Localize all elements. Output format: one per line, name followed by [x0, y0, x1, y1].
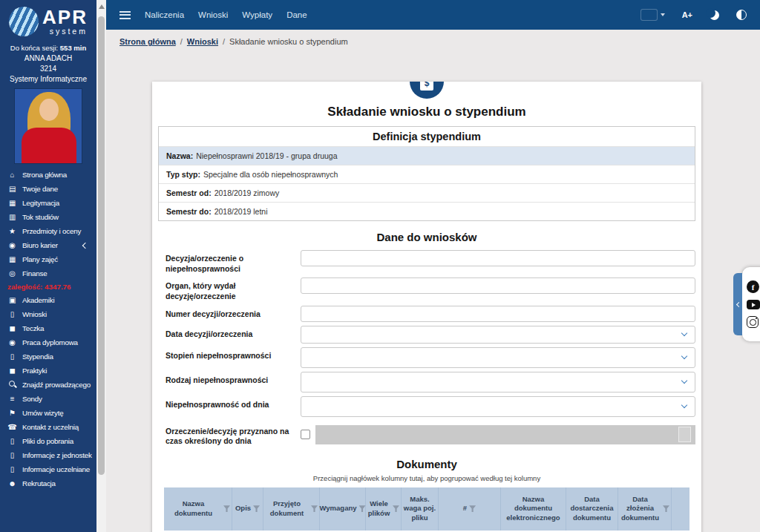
- sidebar-item-tok-studiow[interactable]: ▥ Tok studiów: [0, 210, 96, 224]
- column-header-wiele-plikow[interactable]: Wiele plików: [366, 487, 402, 531]
- definition-row-typ: Typ styp:Specjalne dla osób niepełnospra…: [159, 165, 695, 184]
- nav-item-wnioski[interactable]: Wnioski: [198, 10, 228, 19]
- filter-icon[interactable]: [393, 505, 399, 512]
- column-header-wymagany[interactable]: Wymagany: [320, 487, 366, 531]
- column-header-przyjeto-dokument[interactable]: Przyjęto dokument: [263, 487, 320, 531]
- column-header-data-zlozenia[interactable]: Data złożenia dokumentu: [618, 487, 672, 531]
- filter-icon[interactable]: [359, 505, 366, 512]
- nav-item-wyplaty[interactable]: Wypłaty: [242, 10, 272, 19]
- column-header-hash[interactable]: #: [439, 487, 501, 531]
- column-header-opis[interactable]: Opis: [232, 487, 263, 531]
- scroll-up-arrow-icon[interactable]: [99, 4, 105, 9]
- dark-mode-moon-icon[interactable]: [710, 10, 719, 20]
- list-icon: ≡: [7, 395, 17, 403]
- field-label: Numer decyzji/orzeczenia: [166, 306, 301, 320]
- data-decyzji-select[interactable]: [301, 326, 695, 344]
- breadcrumb-separator: /: [180, 37, 183, 46]
- font-size-button[interactable]: A+: [682, 10, 692, 19]
- niepelnosprawnosc-od-dnia-select[interactable]: [301, 396, 695, 417]
- breadcrumb-section-link[interactable]: Wnioski: [187, 37, 218, 46]
- chevron-down-icon: [681, 329, 687, 335]
- document-icon: ▯: [7, 311, 17, 318]
- definition-row-nazwa: Nazwa:Niepełnosprawni 2018/19 - grupa dr…: [159, 147, 695, 165]
- session-timer: Do końca sesji: 553 min: [0, 44, 96, 52]
- filter-icon[interactable]: [469, 505, 476, 512]
- vertical-scrollbar[interactable]: [96, 0, 106, 532]
- high-contrast-icon[interactable]: [736, 10, 747, 20]
- sidebar-item-wnioski[interactable]: ▯ Wnioski: [0, 307, 96, 321]
- column-header-nazwa-elektronicznego[interactable]: Nazwa dokumentu elektronicznego: [501, 487, 566, 531]
- sidebar-item-umow-wizyte[interactable]: ⚑ Umów wizytę: [0, 406, 96, 420]
- app-logo[interactable]: APR system: [0, 0, 96, 39]
- sidebar-item-twoje-dane[interactable]: ▤ Twoje dane: [0, 182, 96, 196]
- definition-label: Semestr od:: [166, 188, 212, 197]
- sidebar-item-finanse[interactable]: ◎ Finanse: [0, 266, 96, 280]
- sidebar-item-znajdz-prowadzacego[interactable]: Znajdź prowadzącego: [0, 378, 96, 392]
- column-header-data-dostarczenia[interactable]: Data dostarczenia dokumentu: [566, 487, 618, 531]
- rodzaj-niepelnosprawnosci-select[interactable]: [301, 372, 695, 393]
- sidebar-item-stypendia[interactable]: ▯ Stypendia: [0, 349, 96, 364]
- column-label: #: [463, 504, 467, 513]
- column-header-nazwa-dokumentu[interactable]: Nazwa dokumentu: [164, 487, 232, 531]
- calendar-picker-button[interactable]: [678, 427, 691, 442]
- sidebar-item-plany-zajec[interactable]: ▦ Plany zajęć: [0, 252, 96, 266]
- filter-icon[interactable]: [253, 505, 260, 512]
- decyzja-orzeczenie-input[interactable]: [301, 250, 695, 266]
- youtube-icon[interactable]: [747, 300, 760, 309]
- sidebar-item-teczka[interactable]: ◼ Teczka: [0, 321, 96, 335]
- sidebar-item-przedmioty-i-oceny[interactable]: ★ Przedmioty i oceny: [0, 224, 96, 238]
- sidebar-item-informacje-z-jednostek[interactable]: ▯ Informacje z jednostek: [0, 448, 96, 462]
- field-label: Rodzaj niepełnosprawności: [166, 372, 301, 386]
- numer-decyzji-input[interactable]: [301, 306, 695, 322]
- sidebar-item-label: Stypendia: [22, 352, 53, 361]
- facebook-icon[interactable]: f: [747, 280, 759, 293]
- sidebar-item-label: Strona główna: [22, 171, 67, 179]
- sidebar-item-legitymacja[interactable]: ▦ Legitymacja: [0, 196, 96, 210]
- column-label: Wymagany: [320, 504, 357, 513]
- file-icon: ▯: [7, 452, 17, 459]
- form-title: Dane do wniosków: [152, 231, 701, 243]
- bookmark-icon: ⚑: [7, 410, 17, 417]
- coin-icon: ◎: [7, 270, 17, 278]
- sidebar-item-rekrutacja[interactable]: ☻ Rekrutacja: [0, 476, 96, 490]
- field-label: Data decyzji/orzeczenia: [166, 326, 301, 340]
- sidebar-item-strona-glowna[interactable]: ⌂ Strona główna: [0, 168, 96, 182]
- sidebar-item-pliki-do-pobrania[interactable]: ▯ Pliki do pobrania: [0, 434, 96, 448]
- form-row-niepelnosprawnosc-od: Niepełnosprawność od dnia: [152, 396, 701, 417]
- chevron-left-icon[interactable]: [82, 242, 88, 248]
- nav-item-naliczenia[interactable]: Naliczenia: [145, 10, 184, 19]
- nav-item-dane[interactable]: Dane: [286, 10, 307, 19]
- document-glyph: $: [420, 82, 433, 91]
- filter-icon[interactable]: [311, 505, 318, 512]
- sidebar-item-praca-dyplomowa[interactable]: ◉ Praca dyplomowa: [0, 335, 96, 349]
- social-collapse-tab[interactable]: [733, 273, 742, 335]
- sidebar-item-informacje-uczelniane[interactable]: ▯ Informacje uczelniane: [0, 462, 96, 476]
- sidebar-item-praktyki[interactable]: ◼ Praktyki: [0, 364, 96, 378]
- sidebar-item-label: Plany zajęć: [22, 255, 58, 263]
- sidebar-item-label: Pliki do pobrania: [22, 437, 73, 445]
- scrollbar-thumb[interactable]: [98, 16, 105, 475]
- sidebar-item-akademiki[interactable]: ▣ Akademiki: [0, 293, 96, 307]
- column-header-maks-waga[interactable]: Maks. waga poj. pliku: [402, 487, 439, 531]
- social-panel: f: [742, 267, 760, 341]
- form-row-decyzja: Decyzja/orzeczenie o niepełnosprawności: [152, 250, 701, 274]
- instagram-icon[interactable]: [747, 316, 759, 328]
- sidebar-item-biuro-karier[interactable]: ◉ Biuro karier: [0, 238, 96, 252]
- stopien-niepelnosprawnosci-select[interactable]: [301, 347, 695, 368]
- top-navbar: Naliczenia Wnioski Wypłaty Dane A+: [106, 0, 760, 30]
- sidebar-item-label: Rekrutacja: [22, 479, 56, 487]
- calendar-icon: ▦: [7, 256, 17, 263]
- breadcrumb-home-link[interactable]: Strona główna: [119, 37, 176, 46]
- field-label: Niepełnosprawność od dnia: [166, 396, 301, 410]
- orzeczenie-na-czas-checkbox[interactable]: [301, 430, 310, 439]
- sidebar-item-sondy[interactable]: ≡ Sondy: [0, 392, 96, 406]
- sidebar-item-label: Wnioski: [22, 310, 47, 318]
- hamburger-menu-icon[interactable]: [119, 11, 131, 19]
- session-value: 553 min: [60, 44, 86, 52]
- sidebar-item-kontakt-z-uczelnia[interactable]: ☎ Kontakt z uczelnią: [0, 420, 96, 434]
- language-selector[interactable]: [641, 10, 665, 20]
- form-row-rodzaj: Rodzaj niepełnosprawności: [152, 372, 701, 393]
- filter-icon[interactable]: [663, 505, 669, 512]
- organ-input[interactable]: [301, 278, 695, 294]
- filter-icon[interactable]: [223, 505, 230, 512]
